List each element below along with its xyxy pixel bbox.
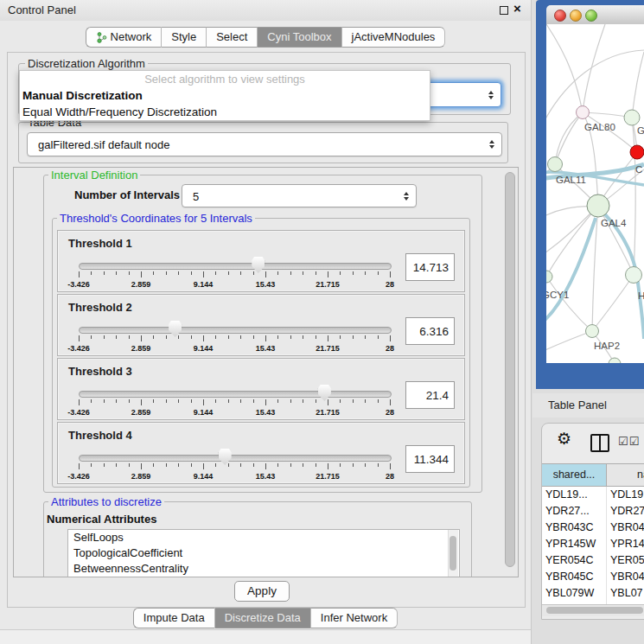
slider-track[interactable] — [79, 327, 392, 334]
close-icon[interactable]: × — [513, 1, 521, 16]
column-header-shared-name[interactable]: shared... — [542, 464, 607, 486]
tick-mark — [353, 399, 354, 403]
threshold-slider-4[interactable]: -3.4262.8599.14415.4321.71528 — [79, 449, 390, 480]
tick-mark — [79, 335, 80, 341]
apply-button[interactable]: Apply — [234, 581, 290, 602]
tick-mark — [153, 399, 154, 403]
slider-track[interactable] — [79, 391, 392, 398]
node-gal11[interactable] — [548, 157, 563, 172]
tick-mark — [390, 463, 391, 469]
threshold-slider-3[interactable]: -3.4262.8599.14415.4321.71528 — [79, 385, 390, 416]
tick-mark — [129, 271, 130, 275]
tab-select[interactable]: Select — [207, 27, 258, 48]
threshold-value-field[interactable]: 11.344 — [405, 445, 455, 473]
table-row[interactable]: YPR145WYPR14 — [542, 536, 644, 552]
node-right-mid[interactable] — [626, 267, 642, 284]
tab-infer-network[interactable]: Infer Network — [311, 608, 398, 628]
tick-label: 9.144 — [194, 344, 214, 353]
table-row[interactable]: YER054CYER05 — [542, 552, 644, 569]
discretization-algorithm-group-title: Discretization Algorithm — [25, 57, 148, 70]
dropdown-option-equal-width-frequency-discretization[interactable]: Equal Width/Frequency Discretization — [20, 104, 430, 120]
threshold-panel-3: Threshold 3-3.4262.8599.14415.4321.71528… — [57, 358, 465, 420]
tab-impute-data[interactable]: Impute Data — [133, 608, 215, 628]
network-window-titlebar — [546, 5, 644, 25]
tick-label: -3.426 — [67, 280, 90, 289]
cell-name: YER05 — [607, 552, 644, 569]
tick-mark — [340, 335, 341, 339]
tab-cyni-toolbox[interactable]: Cyni Toolbox — [258, 27, 341, 48]
gear-icon[interactable]: ⚙ — [557, 429, 571, 449]
tab-style[interactable]: Style — [162, 27, 207, 48]
tick-mark — [203, 463, 204, 469]
tab-discretize-data[interactable]: Discretize Data — [215, 608, 311, 628]
tick-mark — [316, 463, 316, 467]
node-gal80[interactable] — [577, 106, 590, 119]
tick-mark — [328, 463, 328, 469]
node-hap2[interactable] — [586, 325, 599, 338]
tick-mark — [166, 399, 167, 403]
table-row[interactable]: YBL079WYBL07 — [542, 585, 644, 602]
zoom-traffic-light-icon[interactable] — [585, 10, 597, 22]
slider-track[interactable] — [79, 263, 392, 270]
number-of-intervals-combobox[interactable]: 5 — [182, 184, 417, 207]
tick-mark — [166, 335, 167, 339]
tick-mark — [104, 463, 105, 467]
tick-mark — [166, 271, 167, 275]
node-gcy1[interactable] — [546, 271, 552, 283]
tick-mark — [203, 271, 204, 277]
node-red[interactable] — [630, 145, 644, 159]
column-layout-icon[interactable] — [590, 434, 609, 452]
tick-mark — [178, 463, 179, 467]
minimize-traffic-light-icon[interactable] — [570, 10, 582, 22]
numerical-attributes-label: Numerical Attributes — [47, 513, 156, 526]
tab-jactivemnodules[interactable]: jActiveMNodules — [342, 27, 446, 48]
close-traffic-light-icon[interactable] — [554, 10, 566, 22]
node-top-right[interactable] — [624, 110, 640, 125]
attributes-scrollbar[interactable] — [448, 530, 458, 577]
table-panel-title: Table Panel — [548, 399, 607, 411]
numerical-attributes-list[interactable]: SelfLoopsTopologicalCoefficientBetweenne… — [67, 529, 460, 577]
tick-label: 9.144 — [194, 408, 214, 417]
threshold-value-field[interactable]: 21.4 — [405, 381, 455, 409]
tick-mark — [390, 271, 391, 277]
settings-scrollbar-thumb[interactable] — [505, 172, 515, 567]
node-bottom[interactable] — [609, 358, 621, 363]
tick-mark — [104, 271, 105, 275]
tab-network[interactable]: Network — [86, 27, 163, 48]
node-gal4[interactable] — [587, 194, 609, 217]
attribute-item-betweennesscentrality[interactable]: BetweennessCentrality — [68, 561, 459, 577]
threshold-value-field[interactable]: 6.316 — [405, 317, 455, 345]
network-canvas[interactable]: GAL80GACGAL11GAL4GCY1HHAP2 — [546, 24, 644, 363]
table-data-combobox[interactable]: galFiltered.sif default node — [27, 132, 502, 156]
table-row[interactable]: YBR045CYBR04 — [542, 569, 644, 585]
tick-mark — [303, 335, 303, 339]
dropdown-option-manual-discretization[interactable]: Manual Discretization — [20, 87, 430, 104]
threshold-slider-2[interactable]: -3.4262.8599.14415.4321.71528 — [79, 321, 390, 352]
table-horizontal-scrollbar-thumb[interactable] — [546, 607, 643, 614]
slider-track[interactable] — [79, 455, 392, 462]
tick-label: 2.859 — [131, 408, 151, 417]
bottom-strip — [0, 629, 531, 644]
tick-mark — [378, 335, 379, 339]
tab-label: jActiveMNodules — [352, 28, 436, 47]
tick-label: 15.43 — [256, 344, 276, 353]
tick-label: 21.715 — [316, 344, 340, 353]
tick-label: 28 — [386, 344, 394, 353]
attribute-items: SelfLoopsTopologicalCoefficientBetweenne… — [68, 530, 459, 577]
attribute-item-topologicalcoefficient[interactable]: TopologicalCoefficient — [68, 545, 459, 561]
table-row[interactable]: YBR043CYBR04 — [542, 520, 644, 536]
checkbox-filter-icon[interactable]: ☑☑ — [618, 435, 640, 448]
attribute-item-selfloops[interactable]: SelfLoops — [68, 530, 459, 545]
table-data-combo-value: galFiltered.sif default node — [38, 138, 169, 151]
table-row[interactable]: YDR27...YDR27 — [542, 503, 644, 520]
column-header-name[interactable]: na — [607, 464, 644, 486]
node-label-gal11: GAL11 — [556, 175, 586, 185]
tick-mark — [303, 463, 303, 467]
table-horizontal-scrollbar[interactable] — [542, 604, 644, 616]
float-window-icon[interactable] — [500, 6, 508, 15]
table-row[interactable]: YDL19...YDL19 — [542, 487, 644, 503]
combo-stepper-icon — [489, 140, 494, 149]
threshold-slider-1[interactable]: -3.4262.8599.14415.4321.71528 — [79, 257, 390, 288]
threshold-value-field[interactable]: 14.713 — [405, 253, 455, 281]
attributes-scrollbar-thumb[interactable] — [450, 536, 456, 571]
